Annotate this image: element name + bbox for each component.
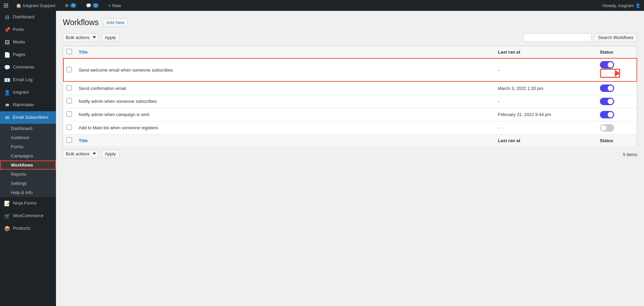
sidebar-item-ninja-forms[interactable]: 📝 Ninja Forms (0, 197, 56, 210)
row-title-2: Send confirmation email (75, 82, 495, 95)
table-row: Notify admin when campaign is sent Febru… (63, 108, 637, 121)
row-check-2[interactable] (63, 82, 76, 95)
row-title-5: Add to Main list when someone registers (75, 121, 495, 134)
toggle-4[interactable] (600, 111, 614, 118)
admin-bar-user: Howdy, icegram 👤 (603, 3, 641, 8)
sidebar-item-comments[interactable]: 💬 Comments (0, 61, 56, 74)
comments-icon: 💬 (86, 3, 91, 8)
row-last-ran-5: - (495, 121, 596, 134)
row-last-ran-2: March 3, 2022 1:20 pm (495, 82, 596, 95)
pages-icon: 📄 (4, 51, 10, 58)
row-check-1[interactable] (63, 58, 76, 82)
apply-button-top[interactable]: Apply (101, 33, 120, 42)
toggle-slider-3 (600, 98, 614, 105)
sidebar-item-media[interactable]: 🖼 Media (0, 36, 56, 49)
email-log-icon: 📧 (4, 76, 10, 83)
sidebar-sub-item-es-forms[interactable]: Forms (0, 142, 56, 151)
row-status-1 (596, 58, 637, 82)
sidebar-sub-item-es-workflows[interactable]: Workflows (0, 160, 56, 170)
toggle-3[interactable] (600, 98, 614, 105)
search-button[interactable]: Search Workflows (594, 33, 637, 42)
media-icon: 🖼 (4, 39, 10, 46)
items-count: 5 items (623, 152, 637, 157)
row-checkbox-4[interactable] (67, 111, 72, 117)
sidebar-item-icegram[interactable]: 👤 Icegram (0, 86, 56, 99)
toggle-slider-1 (600, 61, 614, 69)
col-last-ran-header: Last ran at (495, 46, 596, 58)
sidebar-sub-item-es-help[interactable]: Help & Info (0, 188, 56, 197)
row-checkbox-3[interactable] (67, 98, 72, 103)
page-title: Workflows (63, 18, 99, 28)
sidebar-sub-item-es-campaigns[interactable]: Campaigns (0, 151, 56, 160)
sidebar-sub-item-es-audience[interactable]: Audience (0, 133, 56, 142)
arrow-annotation (600, 69, 620, 78)
row-check-5[interactable] (63, 121, 76, 134)
table-row: Send confirmation email March 3, 2022 1:… (63, 82, 637, 95)
bulk-actions-select-top[interactable]: Bulk actions (63, 33, 98, 42)
row-status-3 (596, 95, 637, 108)
col-status-footer: Status (596, 134, 637, 147)
row-last-ran-3: - (495, 95, 596, 108)
row-check-3[interactable] (63, 95, 76, 108)
sidebar-item-woocommerce[interactable]: 🛒 WooCommerce (0, 210, 56, 222)
row-checkbox-2[interactable] (67, 85, 72, 91)
admin-bar-site[interactable]: 🏠 Icegram Support (14, 0, 57, 11)
check-all-checkbox[interactable] (67, 49, 72, 54)
toggle-2[interactable] (600, 84, 614, 92)
home-icon: 🏠 (16, 3, 21, 8)
ninja-forms-icon: 📝 (4, 200, 10, 207)
sidebar-sub-item-es-settings[interactable]: Settings (0, 179, 56, 188)
col-status-header: Status (596, 46, 637, 58)
admin-bar: ⊞ 🏠 Icegram Support ⚙ 9 💬 0 + New Howdy,… (0, 0, 644, 11)
row-check-4[interactable] (63, 108, 76, 121)
table-row: Notify admin when someone subscribes - (63, 95, 637, 108)
toggle-slider-2 (600, 84, 614, 92)
col-check-all-footer[interactable] (63, 134, 76, 147)
email-subscribers-submenu: Dashboard Audience Forms Campaigns Workf… (0, 124, 56, 197)
comments-icon: 💬 (4, 64, 10, 71)
apply-button-bottom[interactable]: Apply (101, 150, 120, 158)
row-title-1: Send welcome email when someone subscrib… (75, 58, 495, 82)
row-checkbox-1[interactable] (67, 67, 72, 72)
sidebar-item-dashboard[interactable]: ⊟ Dashboard (0, 11, 56, 23)
row-checkbox-5[interactable] (67, 125, 72, 130)
toggle-slider-4 (600, 111, 614, 118)
toggle-slider-5 (600, 124, 614, 132)
sidebar-item-posts[interactable]: 📌 Posts (0, 23, 56, 36)
icegram-icon: 👤 (4, 89, 10, 96)
row-status-2 (596, 82, 637, 95)
table-header-row: Title Last ran at Status (63, 46, 637, 58)
col-title-footer[interactable]: Title (75, 134, 495, 147)
products-icon: 📦 (4, 225, 10, 232)
row-status-4 (596, 108, 637, 121)
admin-bar-updates[interactable]: ⚙ 9 (63, 0, 78, 11)
email-subscribers-icon: ✉ (4, 114, 10, 121)
admin-bar-new[interactable]: + New (106, 0, 123, 11)
check-all-footer-checkbox[interactable] (67, 137, 72, 143)
col-last-ran-footer: Last ran at (495, 134, 596, 147)
sidebar-item-email-subscribers[interactable]: ✉ Email Subscribers (0, 111, 56, 124)
search-input[interactable] (524, 33, 591, 42)
bulk-actions-select-bottom[interactable]: Bulk actions (63, 150, 98, 158)
sidebar-sub-item-es-reports[interactable]: Reports (0, 170, 56, 179)
sidebar-sub-item-es-dashboard[interactable]: Dashboard (0, 124, 56, 133)
sidebar-item-rainmaker[interactable]: 🌧 Rainmaker (0, 99, 56, 111)
col-check-all[interactable] (63, 46, 76, 58)
posts-icon: 📌 (4, 26, 10, 33)
row-last-ran-1: - (495, 58, 596, 82)
sidebar: ⊟ Dashboard 📌 Posts 🖼 Media 📄 Pages 💬 Co… (0, 11, 56, 306)
table-footer-row: Title Last ran at Status (63, 134, 637, 147)
admin-bar-comments[interactable]: 💬 0 (84, 0, 101, 11)
sidebar-item-pages[interactable]: 📄 Pages (0, 49, 56, 61)
col-title-header[interactable]: Title (75, 46, 495, 58)
red-arrow-svg (600, 69, 620, 78)
toggle-5[interactable] (600, 124, 614, 132)
toggle-1[interactable] (600, 61, 614, 69)
rainmaker-icon: 🌧 (4, 101, 10, 109)
row-status-5 (596, 121, 637, 134)
sidebar-item-email-log[interactable]: 📧 Email Log (0, 74, 56, 86)
wp-logo-icon[interactable]: ⊞ (3, 2, 8, 9)
add-new-button[interactable]: Add New (103, 18, 128, 27)
sidebar-item-products[interactable]: 📦 Products (0, 222, 56, 235)
row-title-4: Notify admin when campaign is sent (75, 108, 495, 121)
